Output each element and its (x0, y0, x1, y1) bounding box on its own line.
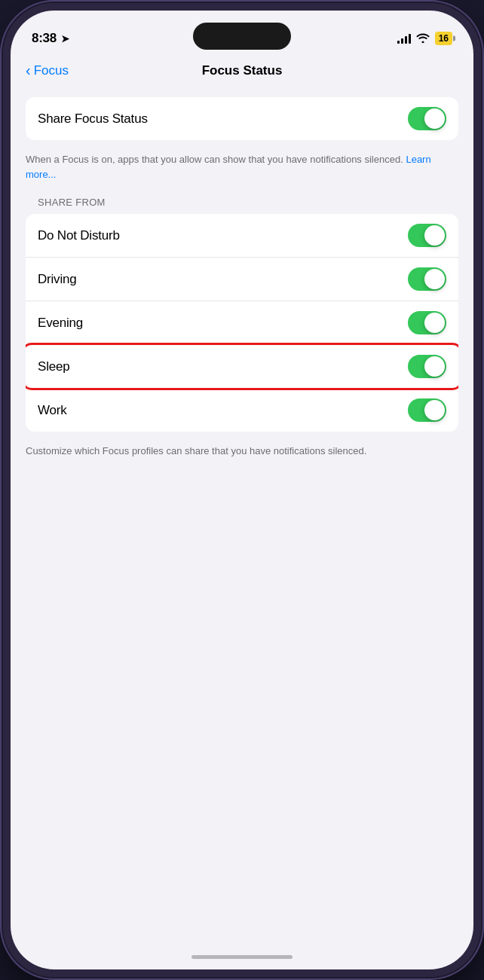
toggle-knob (424, 225, 445, 246)
time-display: 8:38 (32, 31, 57, 45)
battery-level: 16 (439, 33, 449, 44)
content-area: Share Focus Status When a Focus is on, a… (11, 88, 473, 944)
phone-frame: 8:38 ➤ 16 (0, 0, 484, 980)
share-focus-status-card: Share Focus Status (26, 97, 458, 140)
footer-description-text: Customize which Focus profiles can share… (26, 445, 366, 456)
sleep-row: Sleep (26, 344, 458, 388)
dynamic-island (193, 23, 291, 50)
nav-bar: ‹ Focus Focus Status (11, 59, 473, 88)
share-from-section-header: SHARE FROM (11, 197, 473, 214)
status-right-icons: 16 (397, 32, 452, 45)
toggle-knob (424, 400, 445, 420)
share-description-text: When a Focus is on, apps that you allow … (26, 154, 403, 165)
work-label: Work (38, 403, 67, 418)
driving-label: Driving (38, 272, 77, 287)
evening-toggle[interactable] (408, 311, 446, 334)
signal-bar-3 (405, 36, 407, 44)
wifi-icon (416, 32, 430, 45)
status-time: 8:38 ➤ (32, 31, 69, 46)
signal-bar-1 (397, 41, 400, 44)
back-label: Focus (34, 63, 69, 78)
do-not-disturb-label: Do Not Disturb (38, 228, 120, 243)
do-not-disturb-row: Do Not Disturb (26, 214, 458, 257)
signal-bar-4 (409, 34, 411, 44)
chevron-left-icon: ‹ (26, 62, 31, 79)
location-arrow-icon: ➤ (61, 33, 69, 44)
evening-row: Evening (26, 301, 458, 344)
work-row: Work (26, 388, 458, 432)
focus-items-card: Do Not Disturb Driving Evening (26, 214, 458, 432)
page-title: Focus Status (134, 63, 351, 78)
toggle-knob (424, 269, 445, 289)
battery-icon: 16 (435, 32, 452, 45)
toggle-knob (424, 108, 445, 129)
sleep-highlight-overlay (26, 343, 458, 390)
share-focus-status-row: Share Focus Status (26, 97, 458, 140)
driving-toggle[interactable] (408, 267, 446, 291)
driving-row: Driving (26, 257, 458, 301)
signal-bar-2 (401, 38, 403, 44)
toggle-knob (424, 313, 445, 333)
share-focus-description: When a Focus is on, apps that you allow … (11, 146, 473, 191)
home-indicator (11, 944, 473, 969)
back-button[interactable]: ‹ Focus (26, 62, 134, 79)
footer-description: Customize which Focus profiles can share… (11, 438, 473, 468)
signal-bars-icon (397, 33, 411, 44)
do-not-disturb-toggle[interactable] (408, 224, 446, 247)
share-focus-status-toggle[interactable] (408, 107, 446, 130)
toggle-knob (424, 356, 445, 377)
evening-label: Evening (38, 316, 83, 331)
screen: 8:38 ➤ 16 (11, 11, 473, 969)
work-toggle[interactable] (408, 398, 446, 422)
sleep-toggle[interactable] (408, 355, 446, 378)
share-focus-status-label: Share Focus Status (38, 111, 148, 127)
home-bar (191, 955, 293, 959)
sleep-label: Sleep (38, 359, 69, 374)
